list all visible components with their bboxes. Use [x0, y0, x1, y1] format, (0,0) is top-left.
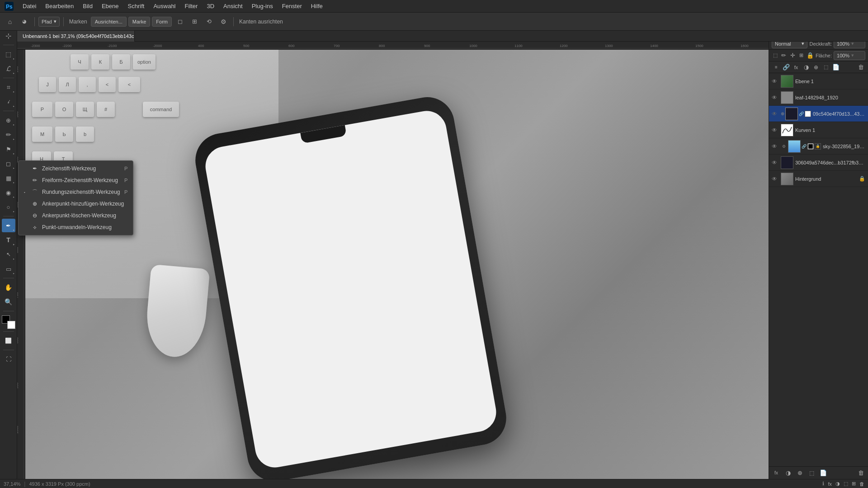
menu-ebene[interactable]: Ebene — [97, 0, 123, 13]
eyedropper-tool[interactable]: 𝒾▸ — [2, 95, 15, 108]
menu-hilfe[interactable]: Hilfe — [307, 0, 327, 13]
ausrichten-btn[interactable]: Ausrichten... — [91, 17, 127, 27]
status-trash-btn[interactable]: 🗑 — [859, 481, 864, 487]
add-adjustment-btn[interactable]: ⊕ — [811, 63, 821, 72]
active-tab[interactable]: Unbenannt-1 bei 37,1% (09c540e4f70d13ebb… — [17, 31, 135, 42]
new-layer-btn[interactable]: 📄 — [831, 63, 840, 72]
layer-306049[interactable]: 👁 306049a5746dec...b3172fb3a6c08 — [769, 155, 868, 171]
layer-09c540[interactable]: 👁 ⊕ 🔗 09c540e4f70d13...43ce46bd18f3f2 — [769, 106, 868, 122]
layer-visibility-306049[interactable]: 👁 — [772, 160, 779, 166]
layer-thumb-group-sky: ⚙ 🔗 🔒 — [781, 140, 821, 153]
layer-name-ebene1: Ebene 1 — [795, 79, 865, 84]
tools-icon[interactable]: ◕ — [18, 15, 31, 28]
add-mask-btn[interactable]: ◑ — [802, 63, 811, 72]
layer-add-adjustment-btn[interactable]: ⊕ — [795, 469, 804, 478]
layer-visibility-09c540[interactable]: 👁 — [772, 111, 779, 117]
zoom-tool[interactable]: 🔍 — [2, 295, 15, 309]
status-mask-btn[interactable]: ◑ — [835, 481, 840, 487]
menu-ansicht[interactable]: Ansicht — [219, 0, 247, 13]
home-icon[interactable]: ⌂ — [4, 15, 16, 28]
marke-btn[interactable]: Marke — [128, 17, 151, 27]
layer-visibility-kurven1[interactable]: 👁 — [772, 127, 779, 133]
layer-visibility-ebene1[interactable]: 👁 — [772, 78, 779, 84]
select-icon[interactable]: ◻ — [174, 15, 186, 28]
status-fx-btn[interactable]: fx — [828, 481, 832, 487]
menu-fenster[interactable]: Fenster — [278, 0, 307, 13]
stamp-tool[interactable]: ⚑▸ — [2, 142, 15, 156]
crop-tool[interactable]: ⌗▸ — [2, 80, 15, 94]
layer-fx-btn[interactable]: fx — [772, 469, 781, 478]
selection-tool[interactable]: ⬚▸ — [2, 47, 15, 61]
menu-schrift[interactable]: Schrift — [123, 0, 149, 13]
layer-group-btn[interactable]: ⬚ — [807, 469, 816, 478]
svg-text:1300: 1300 — [605, 44, 613, 48]
artboard-tool[interactable]: ⊹ — [2, 29, 15, 42]
transform-icon[interactable]: ⟲ — [203, 15, 215, 28]
screen-mode-tool[interactable]: ⛶ — [2, 352, 15, 366]
menu-3d[interactable]: 3D — [202, 0, 219, 13]
convert-point-icon: ⟡ — [31, 224, 38, 231]
group-layers-btn[interactable]: ⬚ — [821, 63, 830, 72]
lock-pixels-icon[interactable]: ✏ — [780, 51, 787, 60]
layer-visibility-hintergrund[interactable]: 👁 — [772, 176, 779, 182]
key-hash: # — [97, 102, 115, 117]
form-btn[interactable]: Form — [152, 17, 172, 27]
layer-visibility-sky[interactable]: 👁 — [772, 143, 779, 150]
lasso-tool[interactable]: 𝓛▸ — [2, 62, 15, 75]
ctx-pen-tool[interactable]: ✒ Zeichenstift-Werkzeug P — [19, 163, 133, 174]
menu-plugins[interactable]: Plug-ins — [247, 0, 278, 13]
layer-add-mask-btn[interactable]: ◑ — [783, 469, 793, 478]
settings-icon[interactable]: ⚙ — [217, 15, 230, 28]
shape-tool[interactable]: ▭▸ — [2, 262, 15, 276]
layer-sky[interactable]: 👁 ⚙ 🔗 🔒 sky-3022856_1920... — [769, 138, 868, 155]
lock-all-icon[interactable]: 🔒 — [807, 51, 814, 60]
ctx-add-anchor[interactable]: ⊕ Ankerpunkt-hinzufügen-Werkzeug — [19, 198, 133, 210]
layer-ebene1[interactable]: 👁 Ebene 1 — [769, 73, 868, 89]
eraser-tool[interactable]: ◻▸ — [2, 157, 15, 170]
brush-tool[interactable]: ✏▸ — [2, 128, 15, 141]
menu-datei[interactable]: Datei — [18, 0, 41, 13]
status-pixel-btn[interactable]: ⬚ — [844, 481, 848, 487]
ctx-convert-point[interactable]: ⟡ Punkt-umwandeln-Werkzeug — [19, 221, 133, 233]
menu-bar: Ps Datei Bearbeiten Bild Ebene Schrift A… — [0, 0, 868, 13]
canvas-area[interactable]: J Л , < < Ч К Б option Р O Щ # command M… — [25, 50, 769, 479]
layer-leaf[interactable]: 👁 leaf-1482948_1920 — [769, 89, 868, 106]
healing-tool[interactable]: ⊕▸ — [2, 113, 15, 127]
menu-bild[interactable]: Bild — [78, 0, 97, 13]
key-cyrillic7: Ь — [55, 127, 73, 142]
dodge-tool[interactable]: ○▸ — [2, 200, 15, 214]
airpods-visual — [144, 264, 210, 360]
blur-tool[interactable]: ◉▸ — [2, 186, 15, 199]
status-layer-btn[interactable]: ⊞ — [852, 481, 856, 487]
link-layers-btn[interactable]: 🔗 — [782, 63, 791, 72]
menu-bearbeiten[interactable]: Bearbeiten — [41, 0, 78, 13]
layer-new-btn[interactable]: 📄 — [819, 469, 828, 478]
layer-hintergrund[interactable]: 👁 Hintergrund 🔒 — [769, 171, 868, 187]
layers-filter-btn[interactable]: ≡ — [772, 63, 781, 72]
lock-position-icon[interactable]: ✛ — [789, 51, 796, 60]
layer-trash-btn[interactable]: 🗑 — [856, 469, 865, 478]
fill-value[interactable]: 100% ▾ — [834, 51, 865, 60]
background-color[interactable] — [7, 321, 15, 329]
text-tool[interactable]: T▸ — [2, 233, 15, 247]
layer-kurven1[interactable]: 👁 Kurven 1 — [769, 122, 868, 138]
ctx-delete-anchor[interactable]: ⊖ Ankerpunkt-löschen-Werkzeug — [19, 210, 133, 221]
lock-artboard-icon[interactable]: ⊞ — [798, 51, 805, 60]
menu-filter[interactable]: Filter — [180, 0, 203, 13]
ctx-curvature-pen[interactable]: • ⌒ Rundungszeichenstift-Werkzeug P — [19, 186, 133, 198]
delete-layer-btn[interactable]: 🗑 — [856, 63, 865, 72]
hand-tool[interactable]: ✋ — [2, 281, 15, 294]
path-dropdown[interactable]: Pfad ▾ — [38, 17, 60, 27]
layer-style-btn[interactable]: fx — [792, 63, 801, 72]
pen-tool[interactable]: ✒▸ — [2, 219, 15, 232]
lock-transparency-icon[interactable]: ⬚ — [772, 51, 778, 60]
ctx-freeform-pen[interactable]: ✏ Freiform-Zeichenstift-Werkzeug P — [19, 174, 133, 186]
layer-visibility-leaf[interactable]: 👁 — [772, 94, 779, 101]
align-icon[interactable]: ⊞ — [188, 15, 201, 28]
gradient-tool[interactable]: ▦▸ — [2, 171, 15, 185]
color-picker[interactable] — [2, 315, 15, 329]
quick-mask-tool[interactable]: ⬜ — [2, 334, 15, 347]
path-selection-tool[interactable]: ↖▸ — [2, 248, 15, 261]
fill-row: ⬚ ✏ ✛ ⊞ 🔒 Fläche: 100% ▾ — [769, 50, 868, 61]
menu-auswahl[interactable]: Auswahl — [149, 0, 180, 13]
